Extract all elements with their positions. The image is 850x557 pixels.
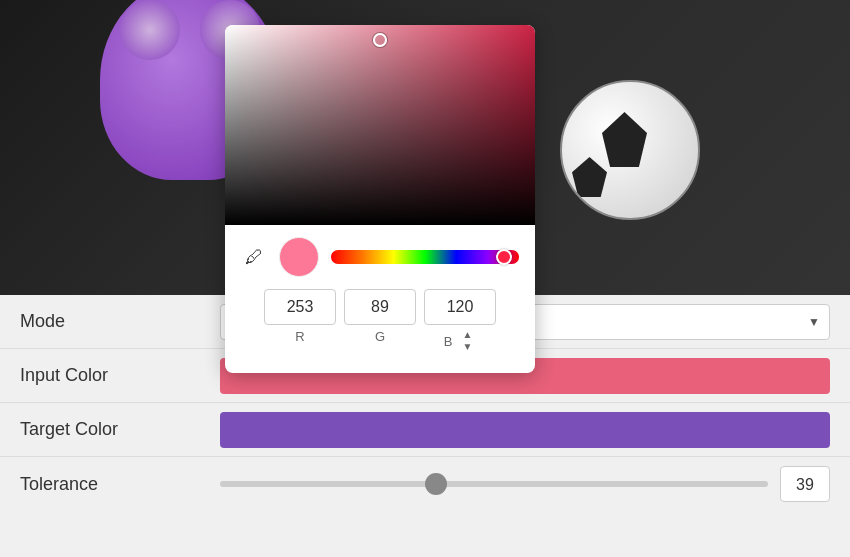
- target-color-label: Target Color: [20, 419, 220, 440]
- b-label: B: [444, 334, 453, 349]
- input-color-label: Input Color: [20, 365, 220, 386]
- eyedropper-icon: 🖊: [245, 247, 263, 267]
- soccer-ball-decoration: [560, 80, 700, 220]
- picker-top-row: 🖊: [241, 237, 519, 277]
- tolerance-row: Tolerance 39: [0, 457, 850, 511]
- tolerance-slider-wrap: 39: [220, 466, 830, 502]
- g-label: G: [375, 329, 385, 344]
- picker-handle[interactable]: [373, 33, 387, 47]
- hue-slider[interactable]: [331, 250, 519, 264]
- b-increment-btn[interactable]: ▲: [458, 329, 476, 341]
- b-column: B ▲ ▼: [424, 289, 496, 353]
- target-color-content: [220, 412, 830, 448]
- target-color-bar[interactable]: [220, 412, 830, 448]
- target-color-row: Target Color: [0, 403, 850, 457]
- b-decrement-btn[interactable]: ▼: [458, 341, 476, 353]
- tolerance-slider[interactable]: [220, 481, 768, 487]
- gradient-canvas[interactable]: [225, 25, 535, 225]
- eyedropper-button[interactable]: 🖊: [241, 243, 267, 272]
- g-column: G: [344, 289, 416, 353]
- picker-controls: 🖊 R G B ▲ ▼: [225, 225, 535, 353]
- r-column: R: [264, 289, 336, 353]
- rgb-inputs: R G B ▲ ▼: [241, 289, 519, 353]
- r-label: R: [295, 329, 304, 344]
- tolerance-label: Tolerance: [20, 474, 220, 495]
- g-input[interactable]: [344, 289, 416, 325]
- mode-label: Mode: [20, 311, 220, 332]
- color-picker-popup: 🖊 R G B ▲ ▼: [225, 25, 535, 373]
- color-preview-circle: [279, 237, 319, 277]
- tolerance-value: 39: [780, 466, 830, 502]
- r-input[interactable]: [264, 289, 336, 325]
- b-input[interactable]: [424, 289, 496, 325]
